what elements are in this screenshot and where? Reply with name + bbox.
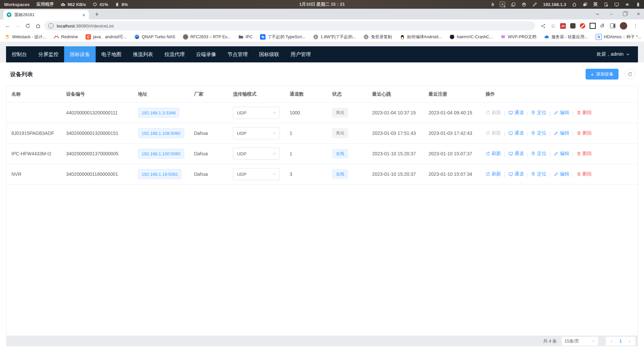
refresh-action[interactable]: 刷新 xyxy=(486,151,501,157)
cup-tray-icon[interactable] xyxy=(522,2,527,7)
tab-search-chevron-icon[interactable] xyxy=(595,12,600,16)
bookmark-item[interactable]: 服务器 - 轻量应用... xyxy=(544,34,588,40)
window-minimize-button[interactable]: − xyxy=(610,12,612,16)
translate-tray-icon[interactable]: A xyxy=(500,2,505,7)
next-page-button[interactable]: › xyxy=(625,338,634,344)
delete-action[interactable]: 删除 xyxy=(577,151,592,157)
clipboard-tray-icon[interactable] xyxy=(511,2,516,7)
profile-avatar[interactable] xyxy=(620,22,627,30)
nav-item-push-list[interactable]: 推流列表 xyxy=(127,46,159,62)
bookmark-item[interactable]: Webstack - 设计... xyxy=(5,34,46,40)
color-picker-tray-icon[interactable] xyxy=(532,2,537,7)
delete-action[interactable]: 删除 xyxy=(577,130,592,136)
bookmark-item[interactable]: RFC2833 – RTP Ev... xyxy=(183,34,231,40)
clock[interactable]: 1月10日 星期二 15：21 xyxy=(299,1,345,7)
bookmark-item[interactable]: hairrrrr/C-CrashC... xyxy=(449,34,493,40)
device-address-tag[interactable]: 192.168.1.100:5060 xyxy=(138,149,184,159)
penguin-icon xyxy=(400,34,405,40)
locate-action[interactable]: 定位 xyxy=(531,151,546,157)
nav-item-split-monitor[interactable]: 分屏监控 xyxy=(33,46,64,62)
edit-action[interactable]: 编辑 xyxy=(554,130,569,136)
workspaces-button[interactable]: Workspaces xyxy=(4,2,30,7)
stream-mode-select[interactable]: UDP xyxy=(233,127,280,139)
bookmark-item[interactable]: QNAP Turbo NAS xyxy=(134,34,175,40)
hdatmos-icon: N xyxy=(596,34,602,40)
stream-mode-select[interactable]: UDP xyxy=(233,168,280,180)
user-menu[interactable]: 欢迎，admin xyxy=(597,51,638,57)
frame-extension-icon[interactable] xyxy=(590,23,596,29)
bookmark-star-icon[interactable]: ☆ xyxy=(548,21,558,31)
locate-action[interactable]: 定位 xyxy=(531,110,546,116)
window-close-button[interactable]: × xyxy=(637,11,640,17)
stream-mode-select[interactable]: UDP xyxy=(233,148,280,160)
chevron-down-icon xyxy=(592,339,595,343)
device-address-tag[interactable]: 192.168.1.108:5060 xyxy=(138,128,184,138)
edit-action[interactable]: 编辑 xyxy=(554,110,569,116)
locate-action[interactable]: 定位 xyxy=(531,130,546,136)
edit-action[interactable]: 编辑 xyxy=(554,171,569,177)
bookmark-item[interactable]: Redmine xyxy=(54,34,78,40)
channel-action[interactable]: 通道 xyxy=(508,151,524,157)
nav-item-map[interactable]: 电子地图 xyxy=(96,46,127,62)
prev-page-button[interactable]: ‹ xyxy=(607,338,616,344)
bookmark-item[interactable]: IPC xyxy=(238,34,253,40)
delete-action[interactable]: 删除 xyxy=(577,171,592,177)
extensions-puzzle-icon[interactable] xyxy=(600,23,606,29)
nav-item-console[interactable]: 控制台 xyxy=(6,46,33,62)
stream-mode-select[interactable]: UDP xyxy=(233,107,280,119)
volume-icon[interactable] xyxy=(625,2,630,7)
home-tray-icon[interactable] xyxy=(572,2,577,7)
channel-action[interactable]: 通道 xyxy=(508,110,524,116)
delete-action[interactable]: 删除 xyxy=(577,110,592,116)
side-panel-icon[interactable] xyxy=(610,23,615,28)
dark-extension-icon[interactable] xyxy=(570,23,576,29)
current-page-number[interactable]: 1 xyxy=(616,339,625,344)
bookmark-item[interactable]: NHDAtmos :: 种子 *... xyxy=(596,34,641,40)
reload-button[interactable] xyxy=(23,21,33,31)
bookmark-item[interactable]: Cjava、android可... xyxy=(86,34,127,40)
json-extension-icon[interactable]: JS xyxy=(560,23,566,29)
bookmark-item[interactable]: 知了不起的 TypeScri... xyxy=(260,34,305,40)
browser-tab[interactable]: 国标28181 × xyxy=(3,10,89,19)
display-icon[interactable] xyxy=(614,2,619,7)
adblock-extension-icon[interactable] xyxy=(580,23,585,29)
channel-action[interactable]: 通道 xyxy=(508,171,524,177)
cpu-usage-indicator: 41% xyxy=(93,2,108,7)
refresh-action[interactable]: 刷新 xyxy=(486,171,501,177)
refresh-list-button[interactable] xyxy=(625,69,635,80)
channel-action[interactable]: 通道 xyxy=(508,130,524,136)
applications-menu[interactable]: 应用程序 xyxy=(36,1,54,7)
share-icon[interactable] xyxy=(538,21,548,31)
page-size-select[interactable]: 15条/页 xyxy=(561,337,598,346)
nav-item-node-manage[interactable]: 节点管理 xyxy=(222,46,253,62)
ip-address-indicator[interactable]: 192.168.1.3 xyxy=(543,2,566,7)
nav-item-user-manage[interactable]: 用户管理 xyxy=(285,46,316,62)
battery-icon[interactable] xyxy=(636,2,641,7)
phone-link-icon[interactable] xyxy=(603,2,608,7)
bookmark-item[interactable]: 免登录复制 xyxy=(363,34,392,40)
address-bar[interactable]: i localhost:38080/#/deviceList xyxy=(44,21,535,31)
home-button[interactable] xyxy=(33,21,43,31)
bing-tray-icon[interactable]: b xyxy=(492,2,494,7)
bookmark-item[interactable]: WWVP-PRO文档 xyxy=(500,34,536,40)
browser-menu-icon[interactable]: ⋮ xyxy=(632,23,639,29)
bookmark-item[interactable]: 如何编译Android... xyxy=(400,34,442,40)
nav-item-cloud-record[interactable]: 云端录像 xyxy=(190,46,222,62)
col-stream-mode: 流传输模式 xyxy=(228,86,285,103)
add-device-button[interactable]: + 添加设备 xyxy=(586,69,618,80)
nav-item-gb-cascade[interactable]: 国标级联 xyxy=(253,46,285,62)
nav-item-gb-devices[interactable]: 国标设备 xyxy=(64,46,96,62)
device-address-tag[interactable]: 192.168.1.19:5061 xyxy=(138,169,182,179)
new-tab-button[interactable]: + xyxy=(92,10,101,18)
edit-action[interactable]: 编辑 xyxy=(554,151,569,157)
back-button[interactable]: ← xyxy=(3,21,13,31)
bookmark-item[interactable]: 1.8W字|了不起的... xyxy=(313,34,356,40)
site-info-icon[interactable]: i xyxy=(48,23,54,29)
tab-close-icon[interactable]: × xyxy=(81,12,86,17)
window-switcher-icon[interactable] xyxy=(583,2,588,7)
device-address-tag[interactable]: 192.168.1.3:3346 xyxy=(138,108,179,118)
window-restore-button[interactable] xyxy=(623,12,627,16)
locate-action[interactable]: 定位 xyxy=(531,171,546,177)
nav-item-pull-proxy[interactable]: 拉流代理 xyxy=(159,46,190,62)
input-method-indicator[interactable]: 英 xyxy=(593,1,598,7)
